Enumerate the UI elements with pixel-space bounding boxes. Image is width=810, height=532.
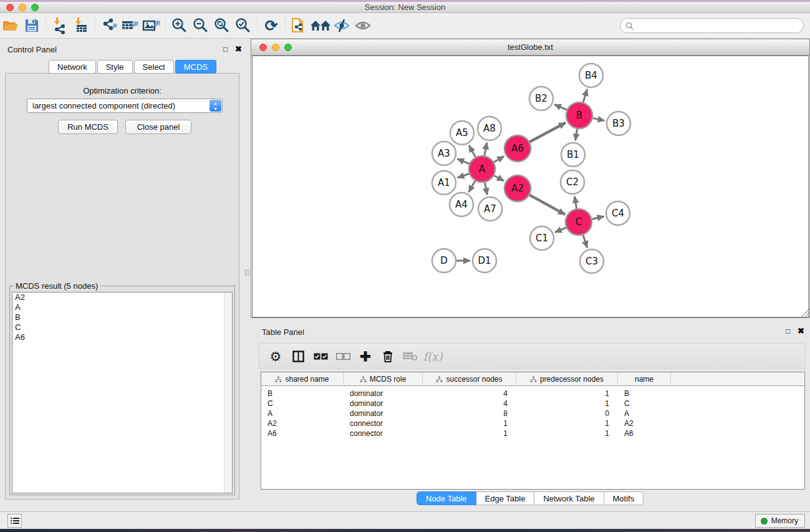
cell-shared-name[interactable]: C bbox=[261, 399, 344, 409]
table-row-C[interactable]: Cdominator41C bbox=[261, 399, 804, 409]
cell-successor-nodes[interactable]: 4 bbox=[423, 399, 516, 409]
table-float-icon[interactable]: □ bbox=[786, 327, 790, 336]
graph-node-D[interactable]: D bbox=[432, 249, 456, 273]
cell-shared-name[interactable]: A6 bbox=[261, 428, 344, 438]
graph-node-B3[interactable]: B3 bbox=[607, 112, 630, 135]
graph-edge-B-B3[interactable] bbox=[593, 118, 605, 120]
cell-MCDS-role[interactable]: dominator bbox=[344, 399, 423, 409]
graph-node-A1[interactable]: A1 bbox=[432, 171, 456, 195]
graph-edge-C-C2[interactable] bbox=[575, 196, 577, 209]
select-all-columns-icon[interactable] bbox=[309, 346, 332, 366]
zoom-in-icon[interactable] bbox=[169, 16, 190, 36]
export-image-icon[interactable] bbox=[141, 16, 162, 36]
result-item[interactable]: A2 bbox=[12, 293, 232, 302]
graph-node-B4[interactable]: B4 bbox=[579, 64, 603, 87]
column-header-MCDS-role[interactable]: MCDS role bbox=[344, 372, 423, 386]
task-history-button[interactable] bbox=[7, 514, 22, 528]
table-close-icon[interactable]: ✖ bbox=[798, 326, 804, 336]
graph-edge-A2-C[interactable] bbox=[529, 195, 565, 215]
graph-edge-A-A1[interactable] bbox=[458, 174, 470, 178]
graph-node-C4[interactable]: C4 bbox=[606, 201, 630, 225]
export-table-icon[interactable] bbox=[120, 16, 141, 36]
tab-network[interactable]: Network bbox=[49, 60, 96, 74]
cell-predecessor-nodes[interactable]: 1 bbox=[516, 418, 618, 428]
cell-predecessor-nodes[interactable]: 1 bbox=[516, 399, 618, 409]
graph-node-A[interactable]: A bbox=[469, 156, 495, 182]
cell-name[interactable]: C bbox=[618, 399, 671, 409]
graph-node-C[interactable]: C bbox=[566, 209, 592, 235]
result-item[interactable]: C bbox=[12, 322, 232, 332]
cell-MCDS-role[interactable]: connector bbox=[344, 418, 423, 428]
tab-network-table[interactable]: Network Table bbox=[534, 491, 604, 505]
graph-node-A2[interactable]: A2 bbox=[504, 175, 531, 201]
column-header-name[interactable]: name bbox=[618, 372, 671, 386]
result-item[interactable]: A bbox=[12, 302, 232, 312]
save-session-icon[interactable] bbox=[21, 16, 42, 36]
zoom-selected-icon[interactable] bbox=[233, 16, 254, 36]
column-header-successor-nodes[interactable]: successor nodes bbox=[423, 372, 516, 386]
graph-node-A7[interactable]: A7 bbox=[478, 197, 502, 221]
zoom-fit-icon[interactable] bbox=[211, 16, 233, 36]
graph-node-A8[interactable]: A8 bbox=[478, 117, 501, 140]
delete-column-icon[interactable] bbox=[377, 346, 399, 366]
cell-shared-name[interactable]: A bbox=[261, 409, 344, 418]
tab-node-table[interactable]: Node Table bbox=[417, 491, 476, 505]
run-mcds-button[interactable]: Run MCDS bbox=[58, 120, 118, 134]
cell-shared-name[interactable]: B bbox=[261, 389, 344, 399]
cell-name[interactable]: A6 bbox=[618, 428, 671, 438]
network-document-icon[interactable] bbox=[289, 16, 310, 36]
cell-MCDS-role[interactable]: dominator bbox=[344, 389, 423, 399]
function-builder-icon[interactable]: f(x) bbox=[422, 346, 444, 366]
result-scrollbar[interactable] bbox=[224, 293, 232, 493]
cell-MCDS-role[interactable]: dominator bbox=[344, 409, 423, 418]
search-field[interactable] bbox=[620, 18, 804, 33]
graph-node-A4[interactable]: A4 bbox=[450, 193, 473, 216]
cell-name[interactable]: A bbox=[618, 409, 671, 418]
result-item[interactable]: B bbox=[12, 312, 232, 322]
table-settings-gear-icon[interactable]: ⚙ bbox=[264, 346, 287, 366]
close-window-button[interactable] bbox=[6, 4, 14, 11]
session-titlebar[interactable]: Session: New Session bbox=[0, 2, 810, 13]
cell-successor-nodes[interactable]: 8 bbox=[423, 409, 516, 418]
tab-select[interactable]: Select bbox=[134, 60, 174, 74]
window-resize-grip[interactable] bbox=[801, 309, 809, 317]
graph-edge-A-A4[interactable] bbox=[469, 181, 476, 192]
close-panel-icon[interactable]: ✖ bbox=[235, 44, 242, 54]
graph-edge-C-C4[interactable] bbox=[592, 216, 604, 219]
graph-edge-A6-B[interactable] bbox=[529, 123, 566, 142]
tab-style[interactable]: Style bbox=[97, 60, 133, 74]
splitter-grip[interactable] bbox=[245, 269, 249, 276]
delete-table-icon[interactable] bbox=[399, 346, 422, 366]
refresh-layout-icon[interactable]: ⟳ bbox=[261, 16, 282, 36]
hide-graphics-icon[interactable] bbox=[331, 16, 352, 36]
cell-successor-nodes[interactable]: 4 bbox=[423, 389, 516, 399]
memory-button[interactable]: Memory bbox=[755, 514, 805, 528]
panel-splitter[interactable] bbox=[244, 39, 251, 511]
open-session-icon[interactable] bbox=[0, 16, 21, 36]
network-minimize-button[interactable] bbox=[272, 44, 279, 51]
graph-edge-A-A3[interactable] bbox=[457, 159, 469, 164]
table-row-A2[interactable]: A2connector11A2 bbox=[261, 418, 804, 428]
graph-edge-C-C3[interactable] bbox=[583, 235, 587, 248]
graph-edge-C-C1[interactable] bbox=[555, 228, 566, 233]
graph-edge-A-A7[interactable] bbox=[485, 183, 487, 195]
cell-predecessor-nodes[interactable]: 0 bbox=[516, 409, 618, 418]
import-network-icon[interactable] bbox=[49, 16, 70, 36]
graph-svg[interactable]: AA1A2A3A4A5A6A7A8BB1B2B3B4CC1C2C3C4DD1 bbox=[253, 56, 808, 317]
column-header-predecessor-nodes[interactable]: predecessor nodes bbox=[516, 372, 618, 386]
search-input[interactable] bbox=[637, 21, 803, 31]
network-close-button[interactable] bbox=[259, 44, 267, 51]
node-table[interactable]: shared nameMCDS rolesuccessor nodesprede… bbox=[261, 372, 805, 490]
cell-shared-name[interactable]: A2 bbox=[261, 418, 344, 428]
graph-node-A6[interactable]: A6 bbox=[504, 135, 531, 162]
network-maximize-button[interactable] bbox=[284, 44, 292, 51]
graph-node-C3[interactable]: C3 bbox=[580, 249, 604, 273]
home-view-icon[interactable] bbox=[310, 16, 331, 36]
cell-predecessor-nodes[interactable]: 1 bbox=[516, 428, 618, 438]
table-row-B[interactable]: Bdominator41B bbox=[261, 389, 804, 399]
cell-predecessor-nodes[interactable]: 1 bbox=[516, 389, 618, 399]
cell-successor-nodes[interactable]: 1 bbox=[423, 418, 516, 428]
graph-edge-B-B2[interactable] bbox=[554, 104, 567, 110]
deselect-all-columns-icon[interactable] bbox=[332, 346, 354, 366]
graph-node-A3[interactable]: A3 bbox=[432, 142, 456, 165]
